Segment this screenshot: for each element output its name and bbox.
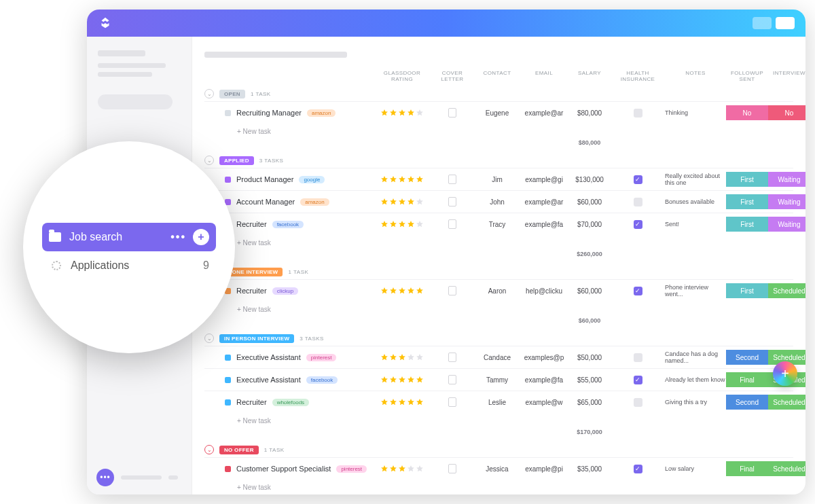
rating-stars[interactable] [374,175,430,183]
task-row[interactable]: Recruiter clickup Aaron help@clicku $60,… [204,279,793,302]
health-insurance-checkbox[interactable] [634,109,642,118]
interview-badge[interactable]: Scheduled [768,283,805,298]
cover-letter-icon[interactable] [448,286,456,295]
column-header[interactable]: EMAIL [520,70,568,82]
task-row[interactable]: Customer Support Specialist pinterest Je… [204,457,793,480]
task-row[interactable]: Recruiter wholefoods Leslie example@w $6… [204,391,793,413]
notes-cell[interactable]: Thinking [665,109,726,116]
status-label[interactable]: APPLIED [219,156,254,165]
email-cell[interactable]: example@fa [520,376,568,384]
salary-cell[interactable]: $50,000 [568,354,611,361]
list-applications[interactable]: Applications 9 [39,251,219,272]
company-tag[interactable]: pinterest [306,354,337,361]
cover-letter-icon[interactable] [448,464,456,473]
followup-badge[interactable]: Final [726,372,768,387]
column-header[interactable]: CONTACT [475,70,520,82]
contact-cell[interactable]: Leslie [475,399,520,406]
column-header[interactable]: INTERVIEW [768,70,805,82]
status-square-icon[interactable] [225,110,231,116]
salary-cell[interactable]: $35,000 [568,465,611,473]
interview-badge[interactable]: Waiting [768,217,805,232]
cover-letter-icon[interactable] [448,375,456,384]
status-square-icon[interactable] [225,466,231,472]
task-row[interactable]: Product Manager google Jim example@gi $1… [204,168,793,190]
contact-cell[interactable]: Candace [475,354,520,361]
collapse-caret-icon[interactable]: ⌄ [204,334,214,343]
status-square-icon[interactable] [225,177,231,183]
notes-cell[interactable]: Giving this a try [665,399,726,406]
notes-cell[interactable]: Candace has a dog named... [665,350,726,365]
notes-cell[interactable]: Low salary [665,465,726,472]
company-tag[interactable]: clickup [272,287,298,295]
contact-cell[interactable]: Aaron [475,287,520,295]
contact-cell[interactable]: Tammy [475,376,520,384]
interview-badge[interactable]: No [768,105,805,120]
chat-launcher[interactable]: ••• [96,469,178,486]
followup-badge[interactable]: First [726,172,768,187]
company-tag[interactable]: google [299,176,325,183]
task-row[interactable]: Recruiting Manager amazon Eugene example… [204,101,793,124]
folder-add-button[interactable]: + [193,229,209,245]
email-cell[interactable]: examples@p [520,354,568,361]
followup-badge[interactable]: Second [726,350,768,365]
notes-cell[interactable]: Already let them know [665,376,726,383]
rating-stars[interactable] [374,398,430,406]
contact-cell[interactable]: Tracy [475,221,520,228]
collapse-caret-icon[interactable]: ⌄ [204,445,214,454]
salary-cell[interactable]: $65,000 [568,399,611,406]
new-task-button[interactable]: + New task [204,302,793,316]
collapse-caret-icon[interactable]: ⌄ [204,89,214,98]
email-cell[interactable]: example@w [520,399,568,406]
task-row[interactable]: Recruiter facebook Tracy example@fa $70,… [204,213,793,235]
folder-job-search[interactable]: Job search ••• + [42,223,216,251]
salary-cell[interactable]: $60,000 [568,198,611,206]
email-cell[interactable]: example@fa [520,221,568,228]
create-fab[interactable]: + [773,361,797,386]
chat-icon[interactable]: ••• [96,469,114,486]
interview-badge[interactable]: Waiting [768,194,805,209]
contact-cell[interactable]: Jessica [475,465,520,473]
email-cell[interactable]: example@ar [520,198,568,206]
status-label[interactable]: IN PERSON INTERVIEW [219,334,294,343]
email-cell[interactable]: example@pi [520,465,568,473]
rating-stars[interactable] [374,198,430,206]
followup-badge[interactable]: First [726,283,768,298]
column-header[interactable]: COVER LETTER [430,70,475,82]
health-insurance-checkbox[interactable] [634,398,642,407]
followup-badge[interactable]: First [726,194,768,209]
cover-letter-icon[interactable] [448,175,456,184]
email-cell[interactable]: help@clicku [520,287,568,295]
interview-badge[interactable]: Waiting [768,172,805,187]
health-insurance-checkbox[interactable]: ✓ [634,175,642,184]
new-task-button[interactable]: + New task [204,413,793,427]
email-cell[interactable]: example@gi [520,176,568,183]
salary-cell[interactable]: $130,000 [568,176,611,183]
cover-letter-icon[interactable] [448,219,456,229]
task-row[interactable]: Executive Assistant facebook Tammy examp… [204,368,793,391]
rating-stars[interactable] [374,287,430,295]
salary-cell[interactable]: $60,000 [568,287,611,295]
company-tag[interactable]: facebook [272,221,304,228]
task-row[interactable]: Account Manager amazon John example@ar $… [204,190,793,213]
column-header[interactable]: FOLLOWUP SENT [726,70,768,82]
new-task-button[interactable]: + New task [204,480,793,494]
column-header[interactable]: SALARY [568,70,611,82]
window-control[interactable] [753,17,772,29]
company-tag[interactable]: facebook [306,376,338,384]
task-row[interactable]: Executive Assistant pinterest Candace ex… [204,346,793,368]
salary-cell[interactable]: $55,000 [568,376,611,384]
new-task-button[interactable]: + New task [204,235,793,249]
company-tag[interactable]: amazon [300,198,329,206]
folder-more-icon[interactable]: ••• [170,231,186,243]
rating-stars[interactable] [374,376,430,384]
company-tag[interactable]: wholefoods [272,399,309,406]
status-square-icon[interactable] [225,399,231,406]
notes-cell[interactable]: Bonuses available [665,198,726,205]
health-insurance-checkbox[interactable]: ✓ [634,287,642,295]
status-square-icon[interactable] [225,377,231,383]
followup-badge[interactable]: No [726,105,768,120]
followup-badge[interactable]: Final [726,461,768,476]
contact-cell[interactable]: Eugene [475,109,520,117]
column-header[interactable]: NOTES [665,70,726,82]
company-tag[interactable]: pinterest [336,465,367,473]
